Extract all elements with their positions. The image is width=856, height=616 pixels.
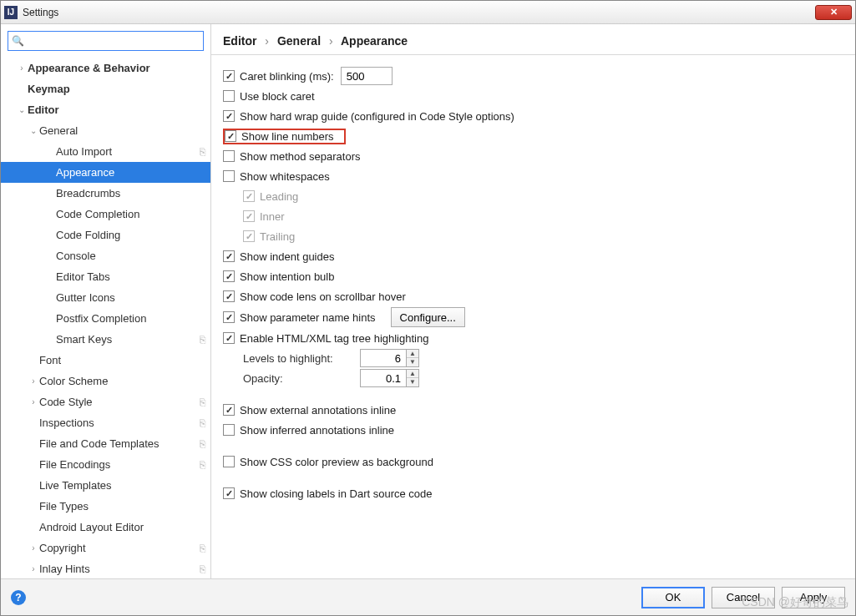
levels-input[interactable] — [360, 349, 407, 367]
breadcrumb-appearance: Appearance — [341, 34, 408, 48]
close-button[interactable]: ✕ — [815, 5, 852, 20]
tree-editor[interactable]: ⌄Editor — [1, 99, 210, 120]
chk-show-inferred-annotations[interactable] — [223, 424, 235, 436]
show-code-lens-label: Show code lens on scrollbar hover — [240, 290, 406, 303]
ok-button[interactable]: OK — [641, 587, 705, 608]
tree-code-folding[interactable]: Code Folding — [1, 225, 210, 245]
highlight-show-line-numbers: Show line numbers — [223, 129, 346, 144]
chk-show-ext-annotations[interactable] — [223, 404, 235, 416]
app-icon: IJ — [4, 6, 18, 19]
ws-leading-label: Leading — [260, 190, 298, 203]
search-input[interactable] — [23, 32, 200, 50]
scope-icon: ⎘ — [200, 543, 205, 554]
titlebar: IJ Settings ✕ — [1, 1, 855, 24]
tree-code-completion[interactable]: Code Completion — [1, 204, 210, 225]
search-icon: 🔍 — [12, 35, 23, 47]
tree-file-code-templates[interactable]: File and Code Templates⎘ — [1, 433, 210, 454]
tree-android-layout-editor[interactable]: Android Layout Editor — [1, 517, 210, 538]
tree-color-scheme[interactable]: ›Color Scheme — [1, 371, 210, 391]
tree-breadcrumbs[interactable]: Breadcrumbs — [1, 183, 210, 204]
tree-file-types[interactable]: File Types — [1, 496, 210, 517]
show-method-separators-label: Show method separators — [240, 150, 361, 163]
chk-ws-trailing[interactable] — [243, 230, 255, 242]
tree-live-templates[interactable]: Live Templates — [1, 475, 210, 496]
tree-code-style[interactable]: ›Code Style⎘ — [1, 391, 210, 412]
caret-blinking-input[interactable] — [341, 67, 393, 85]
chk-use-block-caret[interactable] — [223, 90, 235, 102]
breadcrumb-general[interactable]: General — [277, 34, 321, 48]
show-whitespaces-label: Show whitespaces — [240, 170, 330, 183]
show-css-preview-label: Show CSS color preview as background — [240, 456, 433, 468]
show-indent-guides-label: Show indent guides — [240, 250, 334, 263]
tree-appearance-behavior[interactable]: ›Appearance & Behavior — [1, 58, 210, 78]
show-intention-bulb-label: Show intention bulb — [240, 270, 334, 283]
enable-html-xml-label: Enable HTML/XML tag tree highlighting — [240, 332, 428, 345]
chk-ws-leading[interactable] — [243, 190, 255, 202]
chevron-up-icon[interactable]: ▲ — [407, 370, 418, 378]
chk-show-line-numbers[interactable] — [225, 130, 236, 142]
configure-button[interactable]: Configure... — [391, 307, 465, 327]
cancel-button[interactable]: Cancel — [712, 587, 775, 608]
scope-icon: ⎘ — [200, 146, 205, 158]
help-icon[interactable]: ? — [11, 590, 26, 605]
chk-show-code-lens[interactable] — [223, 290, 235, 302]
apply-button[interactable]: Apply — [782, 587, 845, 608]
scope-icon: ⎘ — [200, 459, 205, 471]
sidebar: 🔍 ›Appearance & Behavior Keymap ⌄Editor … — [1, 24, 211, 578]
levels-spinner[interactable]: ▲▼ — [360, 349, 419, 367]
tree-general[interactable]: ⌄General — [1, 120, 210, 141]
settings-content: Caret blinking (ms): Use block caret Sho… — [211, 62, 855, 578]
tree-console[interactable]: Console — [1, 245, 210, 266]
tree-keymap[interactable]: Keymap — [1, 78, 210, 99]
scope-icon: ⎘ — [200, 438, 205, 450]
tree-file-encodings[interactable]: File Encodings⎘ — [1, 454, 210, 475]
breadcrumb: Editor › General › Appearance — [211, 24, 855, 54]
chk-caret-blinking[interactable] — [223, 70, 235, 82]
use-block-caret-label: Use block caret — [240, 90, 315, 103]
chk-ws-inner[interactable] — [243, 210, 255, 222]
chk-show-method-separators[interactable] — [223, 150, 235, 162]
breadcrumb-editor[interactable]: Editor — [223, 34, 256, 48]
search-box[interactable]: 🔍 — [8, 31, 204, 51]
chk-show-hard-wrap[interactable] — [223, 110, 235, 122]
tree-auto-import[interactable]: Auto Import⎘ — [1, 141, 210, 162]
tree-copyright[interactable]: ›Copyright⎘ — [1, 538, 210, 558]
show-closing-labels-label: Show closing labels in Dart source code — [240, 487, 433, 500]
tree-inspections[interactable]: Inspections⎘ — [1, 412, 210, 433]
chevron-down-icon[interactable]: ▼ — [407, 358, 418, 366]
show-inferred-annotations-label: Show inferred annotations inline — [240, 424, 394, 437]
show-line-numbers-label: Show line numbers — [241, 130, 334, 143]
chk-show-param-hints[interactable] — [223, 311, 235, 323]
levels-label: Levels to highlight: — [243, 352, 360, 365]
tree-font[interactable]: Font — [1, 350, 210, 371]
ws-trailing-label: Trailing — [260, 230, 295, 243]
chk-enable-html-xml[interactable] — [223, 332, 235, 344]
scope-icon: ⎘ — [200, 417, 205, 429]
chk-show-indent-guides[interactable] — [223, 250, 235, 262]
footer: ? OK Cancel Apply — [1, 578, 855, 615]
show-hard-wrap-label: Show hard wrap guide (configured in Code… — [240, 110, 514, 123]
opacity-label: Opacity: — [243, 372, 360, 385]
tree-appearance[interactable]: Appearance — [1, 162, 210, 183]
tree-gutter-icons[interactable]: Gutter Icons — [1, 287, 210, 308]
opacity-input[interactable] — [360, 369, 407, 387]
chk-show-whitespaces[interactable] — [223, 170, 235, 182]
scope-icon: ⎘ — [200, 563, 205, 575]
settings-tree: ›Appearance & Behavior Keymap ⌄Editor ⌄G… — [1, 58, 210, 578]
scope-icon: ⎘ — [200, 396, 205, 408]
chk-show-css-preview[interactable] — [223, 456, 235, 467]
tree-postfix-completion[interactable]: Postfix Completion — [1, 308, 210, 329]
show-param-hints-label: Show parameter name hints — [240, 311, 376, 324]
show-ext-annotations-label: Show external annotations inline — [240, 404, 396, 417]
tree-inlay-hints[interactable]: ›Inlay Hints⎘ — [1, 558, 210, 578]
chevron-right-icon: › — [329, 34, 333, 48]
chevron-down-icon[interactable]: ▼ — [407, 378, 418, 386]
opacity-spinner[interactable]: ▲▼ — [360, 369, 419, 387]
chevron-up-icon[interactable]: ▲ — [407, 350, 418, 358]
chk-show-closing-labels[interactable] — [223, 487, 235, 499]
ws-inner-label: Inner — [260, 210, 285, 223]
tree-smart-keys[interactable]: Smart Keys⎘ — [1, 329, 210, 350]
scope-icon: ⎘ — [200, 334, 205, 346]
chk-show-intention-bulb[interactable] — [223, 270, 235, 282]
tree-editor-tabs[interactable]: Editor Tabs — [1, 266, 210, 287]
